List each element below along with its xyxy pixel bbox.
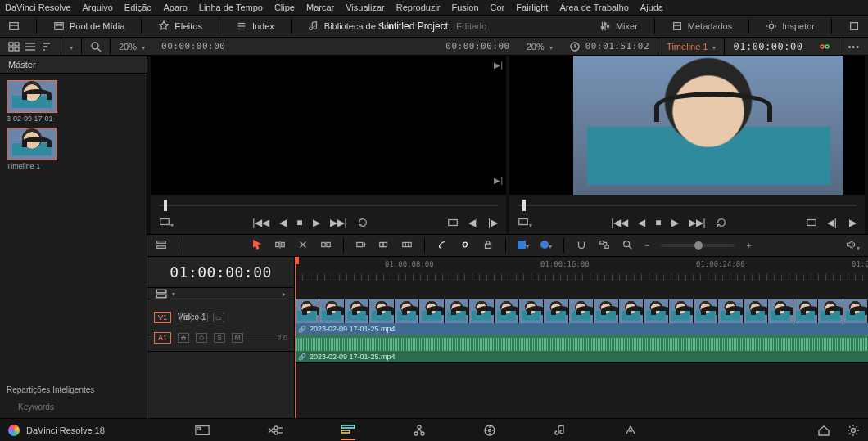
mark-out-icon[interactable]: |▶: [488, 217, 498, 228]
solo-icon[interactable]: S: [214, 333, 225, 343]
loop-icon[interactable]: [357, 217, 368, 228]
overwrite-clip-icon[interactable]: [297, 239, 309, 252]
next-edit-icon[interactable]: ▶|: [494, 61, 503, 70]
menu-item[interactable]: Marcar: [306, 2, 334, 12]
zoom-out-icon[interactable]: −: [644, 241, 649, 250]
blade-tool-icon[interactable]: [436, 239, 448, 252]
list-view-icon[interactable]: [25, 41, 36, 52]
menu-item[interactable]: Aparo: [163, 2, 187, 12]
link-tool-icon[interactable]: [459, 239, 471, 252]
step-back-icon[interactable]: ◀: [279, 217, 287, 228]
page-fusion[interactable]: [413, 424, 426, 437]
source-zoom[interactable]: 20%: [111, 42, 153, 52]
viewer-mode-icon[interactable]: [518, 216, 532, 229]
disable-video-icon[interactable]: ▭: [213, 313, 224, 322]
audio-clip[interactable]: 2023-02-09 17-01-25.mp4: [295, 335, 868, 362]
page-edit[interactable]: [341, 424, 355, 440]
page-cut[interactable]: [267, 425, 283, 436]
play-icon[interactable]: ▶: [671, 217, 679, 228]
stop-icon[interactable]: ■: [655, 217, 661, 228]
time-ruler[interactable]: 01:00:08:00 01:00:16:00 01:00:24:00 01:0: [295, 257, 868, 281]
playhead[interactable]: [295, 257, 296, 418]
track-options-icon[interactable]: [156, 288, 167, 299]
lock-icon[interactable]: [482, 239, 494, 252]
mixer-toggle[interactable]: Mixer: [599, 20, 638, 32]
lock-track-icon[interactable]: [180, 313, 192, 322]
menu-item[interactable]: DaVinci Resolve: [5, 2, 71, 12]
settings-icon[interactable]: [847, 424, 860, 437]
arrow-tool-icon[interactable]: [251, 239, 263, 252]
auto-select-icon[interactable]: ◇: [197, 313, 208, 322]
prev-edit-icon[interactable]: ▶|: [494, 176, 503, 185]
menu-item[interactable]: Reproduzir: [396, 2, 441, 12]
auto-select-icon[interactable]: ◇: [196, 333, 207, 343]
media-pool-toggle[interactable]: Pool de Mídia: [53, 20, 124, 32]
go-end-icon[interactable]: ▶▶|: [330, 217, 347, 228]
media-clip[interactable]: 3-02-09 17-01-: [7, 80, 57, 123]
append-icon[interactable]: [355, 239, 367, 252]
menu-item[interactable]: Cor: [491, 2, 505, 12]
linked-selection-icon[interactable]: [599, 239, 610, 252]
play-icon[interactable]: ▶: [313, 217, 320, 228]
viewer-mode-icon[interactable]: [159, 216, 174, 229]
match-frame-icon[interactable]: [447, 217, 459, 228]
mute-icon[interactable]: M: [232, 333, 243, 343]
mark-out-icon[interactable]: |▶: [847, 217, 857, 228]
smart-bin-keywords[interactable]: Keywords: [18, 403, 140, 412]
thumbnail-view-icon[interactable]: [8, 41, 20, 52]
insert-clip-icon[interactable]: [274, 239, 286, 252]
menu-item[interactable]: Fairlight: [516, 2, 548, 12]
menu-item[interactable]: Arquivo: [83, 2, 113, 12]
sort-icon[interactable]: [41, 41, 52, 52]
effects-toggle[interactable]: Efeitos: [158, 20, 202, 32]
go-end-icon[interactable]: ▶▶|: [689, 217, 706, 228]
menu-item[interactable]: Área de Trabalho: [559, 2, 628, 12]
expand-icon[interactable]: [848, 20, 860, 32]
index-toggle[interactable]: Index: [236, 20, 274, 32]
marker-icon[interactable]: [540, 241, 552, 250]
zoom-slider[interactable]: [661, 244, 735, 247]
flag-icon[interactable]: [518, 241, 529, 250]
page-deliver[interactable]: [624, 424, 637, 437]
go-start-icon[interactable]: |◀◀: [611, 217, 628, 228]
program-jog[interactable]: [518, 200, 857, 211]
page-color[interactable]: [483, 424, 496, 437]
program-zoom[interactable]: 20%: [518, 42, 561, 52]
bin-dropdown-icon[interactable]: [70, 42, 73, 52]
menu-item[interactable]: Ajuda: [640, 2, 663, 12]
source-jog[interactable]: [159, 200, 498, 211]
step-back-icon[interactable]: ◀: [638, 217, 645, 228]
go-start-icon[interactable]: |◀◀: [252, 217, 269, 228]
page-fairlight[interactable]: [554, 424, 567, 437]
menu-item[interactable]: Edição: [124, 2, 152, 12]
stop-icon[interactable]: ■: [296, 217, 302, 228]
fit-to-fill-icon[interactable]: [401, 239, 413, 252]
layout-icon[interactable]: [8, 20, 20, 32]
inspector-toggle[interactable]: Inspetor: [766, 20, 815, 32]
timeline-name[interactable]: Timeline 1: [667, 42, 708, 52]
audio-track-header[interactable]: A1 ◇ S M 2.0: [147, 324, 294, 352]
timeline-view-options-icon[interactable]: [819, 41, 830, 52]
replace-clip-icon[interactable]: [320, 239, 332, 252]
ripple-overwrite-icon[interactable]: [378, 239, 390, 252]
zoom-fit-icon[interactable]: [622, 239, 633, 252]
snap-icon[interactable]: [576, 239, 587, 252]
media-timeline[interactable]: Timeline 1: [7, 128, 57, 170]
loop-icon[interactable]: [716, 217, 727, 228]
mark-in-icon[interactable]: ◀|: [827, 217, 837, 228]
lock-track-icon[interactable]: [178, 333, 189, 343]
zoom-in-icon[interactable]: +: [746, 241, 751, 250]
audio-monitor-icon[interactable]: [845, 239, 860, 252]
bin-master[interactable]: Máster: [8, 60, 36, 70]
mark-in-icon[interactable]: ◀|: [468, 217, 478, 228]
search-icon[interactable]: [90, 41, 102, 52]
metadata-toggle[interactable]: Metadados: [671, 20, 732, 32]
match-frame-icon[interactable]: [806, 217, 817, 228]
timeline-options-icon[interactable]: [156, 239, 167, 252]
home-icon[interactable]: [817, 424, 830, 437]
menu-item[interactable]: Linha de Tempo: [199, 2, 263, 12]
video-clip[interactable]: 2023-02-09 17-01-25.mp4: [295, 299, 868, 335]
more-icon[interactable]: [848, 42, 860, 52]
sound-library-toggle[interactable]: Biblioteca de Som: [308, 20, 397, 32]
page-media[interactable]: [195, 425, 210, 436]
